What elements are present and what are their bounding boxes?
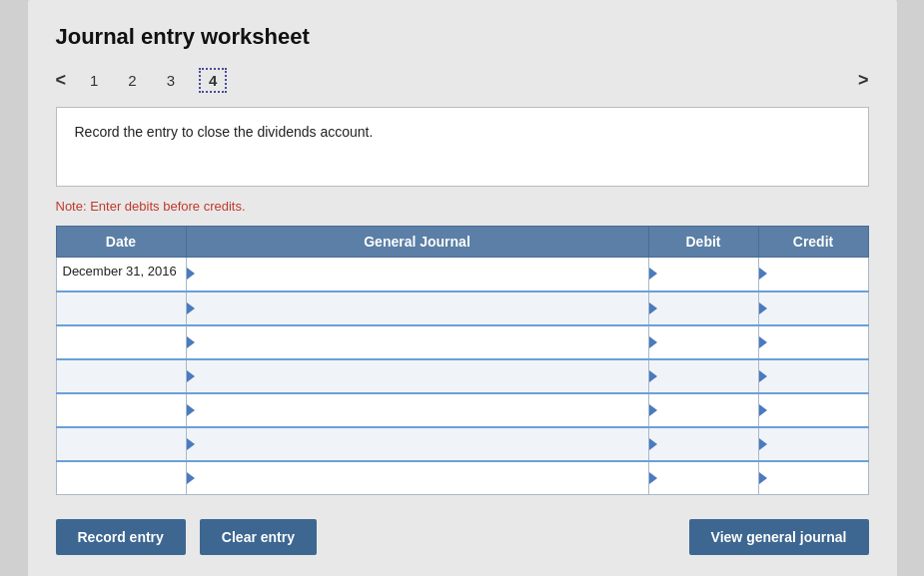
debit-cell-7[interactable] [648, 461, 758, 495]
table-row: December 31, 2016 [56, 258, 868, 291]
debit-pointer-3 [649, 336, 657, 348]
debit-input-3[interactable] [655, 328, 752, 356]
debit-cell-1[interactable] [648, 258, 758, 291]
debit-pointer-4 [649, 370, 657, 382]
row-pointer-7 [187, 472, 195, 484]
journal-input-7[interactable] [193, 464, 642, 492]
debit-pointer-6 [649, 438, 657, 450]
table-header-row: Date General Journal Debit Credit [56, 227, 868, 258]
debit-pointer-7 [649, 472, 657, 484]
header-date: Date [56, 227, 186, 258]
page-1[interactable]: 1 [84, 70, 104, 91]
date-cell-1: December 31, 2016 [56, 258, 186, 291]
table-row [56, 291, 868, 325]
credit-pointer-7 [759, 472, 767, 484]
debit-input-1[interactable] [655, 260, 752, 288]
journal-input-5[interactable] [193, 396, 642, 424]
date-cell-5 [56, 393, 186, 427]
credit-pointer-6 [759, 438, 767, 450]
credit-pointer-1 [759, 268, 767, 280]
table-row [56, 427, 868, 461]
credit-pointer-3 [759, 336, 767, 348]
credit-input-2[interactable] [765, 294, 862, 322]
debit-cell-4[interactable] [648, 359, 758, 393]
journal-input-6[interactable] [193, 430, 642, 458]
credit-pointer-5 [759, 404, 767, 416]
pagination: < 1 2 3 4 > [56, 68, 869, 93]
debit-input-7[interactable] [655, 464, 752, 492]
journal-cell-5[interactable] [186, 393, 648, 427]
journal-input-1[interactable] [193, 260, 642, 288]
page-title: Journal entry worksheet [56, 24, 869, 50]
debit-pointer-2 [649, 302, 657, 314]
instruction-text: Record the entry to close the dividends … [75, 124, 374, 140]
table-row [56, 461, 868, 495]
credit-cell-2[interactable] [758, 291, 868, 325]
row-pointer-5 [187, 404, 195, 416]
credit-cell-3[interactable] [758, 325, 868, 359]
journal-input-3[interactable] [193, 328, 642, 356]
credit-cell-7[interactable] [758, 461, 868, 495]
buttons-row: Record entry Clear entry View general jo… [56, 519, 869, 555]
table-row [56, 325, 868, 359]
credit-cell-4[interactable] [758, 359, 868, 393]
journal-cell-3[interactable] [186, 325, 648, 359]
credit-pointer-2 [759, 302, 767, 314]
credit-input-6[interactable] [765, 430, 862, 458]
prev-arrow[interactable]: < [56, 70, 67, 91]
journal-cell-2[interactable] [186, 291, 648, 325]
credit-pointer-4 [759, 370, 767, 382]
next-arrow[interactable]: > [858, 70, 869, 91]
credit-cell-1[interactable] [758, 258, 868, 291]
credit-input-3[interactable] [765, 328, 862, 356]
date-cell-7 [56, 461, 186, 495]
row-pointer-2 [187, 302, 195, 314]
debit-cell-3[interactable] [648, 325, 758, 359]
debit-cell-2[interactable] [648, 291, 758, 325]
debit-pointer-1 [649, 268, 657, 280]
debit-pointer-5 [649, 404, 657, 416]
credit-input-5[interactable] [765, 396, 862, 424]
journal-table: Date General Journal Debit Credit Decemb… [56, 226, 869, 495]
credit-cell-6[interactable] [758, 427, 868, 461]
date-cell-2 [56, 291, 186, 325]
header-debit: Debit [648, 227, 758, 258]
date-cell-6 [56, 427, 186, 461]
row-pointer-3 [187, 336, 195, 348]
credit-input-7[interactable] [765, 464, 862, 492]
debit-input-6[interactable] [655, 430, 752, 458]
debit-cell-5[interactable] [648, 393, 758, 427]
page-4[interactable]: 4 [199, 68, 227, 93]
debit-cell-6[interactable] [648, 427, 758, 461]
journal-cell-7[interactable] [186, 461, 648, 495]
journal-cell-1[interactable] [186, 258, 648, 291]
instruction-box: Record the entry to close the dividends … [56, 107, 869, 187]
journal-input-2[interactable] [193, 294, 642, 322]
debit-input-5[interactable] [655, 396, 752, 424]
record-entry-button[interactable]: Record entry [56, 519, 186, 555]
journal-input-4[interactable] [193, 362, 642, 390]
credit-input-4[interactable] [765, 362, 862, 390]
credit-input-1[interactable] [765, 260, 862, 288]
note-text: Note: Enter debits before credits. [56, 199, 869, 214]
row-pointer-1 [187, 268, 195, 280]
page-3[interactable]: 3 [161, 70, 181, 91]
debit-input-2[interactable] [655, 294, 752, 322]
row-pointer-6 [187, 438, 195, 450]
view-general-journal-button[interactable]: View general journal [689, 519, 869, 555]
clear-entry-button[interactable]: Clear entry [200, 519, 317, 555]
table-row [56, 393, 868, 427]
date-cell-3 [56, 325, 186, 359]
row-pointer-4 [187, 370, 195, 382]
debit-input-4[interactable] [655, 362, 752, 390]
journal-cell-6[interactable] [186, 427, 648, 461]
header-journal: General Journal [186, 227, 648, 258]
date-cell-4 [56, 359, 186, 393]
worksheet-container: Journal entry worksheet < 1 2 3 4 > Reco… [28, 0, 897, 576]
header-credit: Credit [758, 227, 868, 258]
date-value-1: December 31, 2016 [63, 264, 177, 279]
page-2[interactable]: 2 [122, 70, 142, 91]
credit-cell-5[interactable] [758, 393, 868, 427]
table-row [56, 359, 868, 393]
journal-cell-4[interactable] [186, 359, 648, 393]
